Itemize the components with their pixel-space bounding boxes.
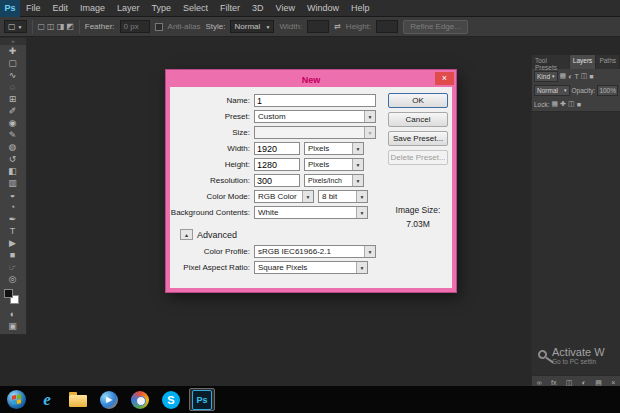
- background-contents-select[interactable]: White ▼: [254, 206, 368, 219]
- bit-depth-select[interactable]: 8 bit ▼: [318, 190, 368, 203]
- quick-mask-button[interactable]: ◐: [0, 308, 25, 320]
- delete-layer-icon[interactable]: ×: [611, 379, 615, 386]
- filter-smart-objects-icon[interactable]: ■: [589, 73, 593, 80]
- rectangle-tool[interactable]: ■: [0, 249, 25, 261]
- tab-layers[interactable]: Layers: [570, 55, 597, 69]
- dodge-tool[interactable]: ◔: [0, 201, 25, 213]
- anti-alias-checkbox[interactable]: [155, 23, 163, 31]
- skype-button[interactable]: S: [158, 388, 184, 411]
- add-selection-icon[interactable]: ◫: [47, 22, 55, 31]
- chevron-down-icon: ▼: [18, 24, 23, 30]
- history-brush-tool[interactable]: ↺: [0, 153, 25, 165]
- menu-item-select[interactable]: Select: [177, 0, 214, 17]
- color-swatches[interactable]: [0, 288, 25, 308]
- tool-preset-icon: ▢: [8, 22, 16, 31]
- size-select: ▼: [254, 126, 376, 139]
- tab-paths[interactable]: Paths: [596, 55, 620, 69]
- start-button[interactable]: [3, 388, 29, 411]
- resolution-unit-select[interactable]: Pixels/Inch ▼: [304, 174, 364, 187]
- tool-preset-picker[interactable]: ▢ ▼: [4, 20, 27, 33]
- refine-edge-button[interactable]: Refine Edge...: [403, 20, 468, 34]
- menu-item-help[interactable]: Help: [345, 0, 376, 17]
- path-selection-tool[interactable]: ▶: [0, 237, 25, 249]
- rectangular-marquee-tool[interactable]: ▢: [0, 57, 25, 69]
- pen-tool[interactable]: ✒: [0, 213, 25, 225]
- intersect-selection-icon[interactable]: ◩: [66, 22, 74, 31]
- filter-type-layers-icon[interactable]: T: [574, 73, 578, 80]
- menu-item-filter[interactable]: Filter: [214, 0, 246, 17]
- new-selection-icon[interactable]: ▢: [38, 22, 46, 31]
- dialog-titlebar[interactable]: New ×: [170, 74, 452, 87]
- browser-button[interactable]: [127, 388, 153, 411]
- cancel-button[interactable]: Cancel: [388, 112, 448, 127]
- lasso-tool[interactable]: ∿: [0, 69, 25, 81]
- advanced-toggle-button[interactable]: ▴: [180, 229, 193, 240]
- style-select[interactable]: Normal ▼: [230, 20, 274, 33]
- blend-mode-select[interactable]: Normal ▾: [534, 85, 570, 96]
- close-button[interactable]: ×: [435, 72, 454, 85]
- link-layers-icon[interactable]: ∞: [537, 379, 542, 386]
- adjustment-layer-icon[interactable]: ◐: [582, 379, 586, 386]
- menu-item-window[interactable]: Window: [301, 0, 345, 17]
- type-tool[interactable]: T: [0, 225, 25, 237]
- resolution-input[interactable]: [254, 174, 300, 187]
- preset-select[interactable]: Custom ▼: [254, 110, 376, 123]
- color-profile-select[interactable]: sRGB IEC61966-2.1 ▼: [254, 245, 376, 258]
- hand-tool[interactable]: ☞: [0, 261, 25, 273]
- tab-tool-presets[interactable]: Tool Presets: [532, 55, 570, 69]
- ok-button[interactable]: OK: [388, 93, 448, 108]
- layer-style-icon[interactable]: fx: [551, 379, 556, 386]
- eyedropper-tool[interactable]: ✐: [0, 105, 25, 117]
- menu-item-file[interactable]: File: [20, 0, 47, 17]
- filter-pixel-layers-icon[interactable]: ▦: [560, 72, 567, 80]
- height-input[interactable]: [254, 158, 300, 171]
- width-input[interactable]: [254, 142, 300, 155]
- panel-grip-icon[interactable]: »: [0, 38, 26, 45]
- lock-position-icon[interactable]: ✚: [560, 100, 566, 108]
- photoshop-taskbar-button[interactable]: Ps: [189, 388, 215, 411]
- quick-selection-tool[interactable]: ◌: [0, 81, 25, 93]
- menu-item-type[interactable]: Type: [146, 0, 178, 17]
- name-input[interactable]: [254, 94, 376, 107]
- layers-list[interactable]: [532, 111, 620, 376]
- move-tool[interactable]: ✚: [0, 45, 25, 57]
- color-mode-select[interactable]: RGB Color ▼: [254, 190, 314, 203]
- media-player-button[interactable]: ▶: [96, 388, 122, 411]
- menu-item-3d[interactable]: 3D: [246, 0, 270, 17]
- healing-brush-tool[interactable]: ◉: [0, 117, 25, 129]
- lock-pixels-icon[interactable]: ◫: [568, 100, 575, 108]
- brush-tool[interactable]: ✎: [0, 129, 25, 141]
- menu-item-image[interactable]: Image: [74, 0, 111, 17]
- zoom-tool[interactable]: ◎: [0, 273, 25, 285]
- gradient-tool[interactable]: ▥: [0, 177, 25, 189]
- dropdown-arrow-icon: ▼: [364, 111, 375, 122]
- swap-dimensions-icon[interactable]: ⇄: [334, 22, 341, 31]
- save-preset-button[interactable]: Save Preset...: [388, 131, 448, 146]
- menu-item-edit[interactable]: Edit: [47, 0, 75, 17]
- height-unit-select[interactable]: Pixels ▼: [304, 158, 364, 171]
- blur-tool[interactable]: ◒: [0, 189, 25, 201]
- lock-label: Lock:: [534, 101, 550, 108]
- filter-kind-value: Kind: [537, 73, 550, 80]
- menu-item-layer[interactable]: Layer: [111, 0, 146, 17]
- foreground-color-swatch[interactable]: [4, 289, 13, 298]
- lock-transparency-icon[interactable]: ▦: [552, 100, 559, 108]
- screen-mode-button[interactable]: ▣: [0, 320, 25, 332]
- menu-item-view[interactable]: View: [270, 0, 301, 17]
- file-explorer-button[interactable]: [65, 388, 91, 411]
- subtract-selection-icon[interactable]: ◨: [57, 22, 65, 31]
- clone-stamp-tool[interactable]: ◍: [0, 141, 25, 153]
- filter-kind-select[interactable]: Kind ▾: [534, 71, 558, 82]
- eraser-tool[interactable]: ◧: [0, 165, 25, 177]
- internet-explorer-button[interactable]: e: [34, 388, 60, 411]
- height-input[interactable]: [376, 20, 398, 33]
- filter-adjustment-layers-icon[interactable]: ◐: [568, 73, 572, 80]
- pixel-aspect-ratio-select[interactable]: Square Pixels ▼: [254, 261, 368, 274]
- crop-tool[interactable]: ⊞: [0, 93, 25, 105]
- width-input[interactable]: [307, 20, 329, 33]
- lock-all-icon[interactable]: ■: [577, 101, 581, 108]
- opacity-value[interactable]: 100%: [597, 85, 618, 96]
- width-unit-select[interactable]: Pixels ▼: [304, 142, 364, 155]
- filter-shape-layers-icon[interactable]: ◫: [581, 72, 588, 80]
- feather-input[interactable]: 0 px: [120, 20, 150, 33]
